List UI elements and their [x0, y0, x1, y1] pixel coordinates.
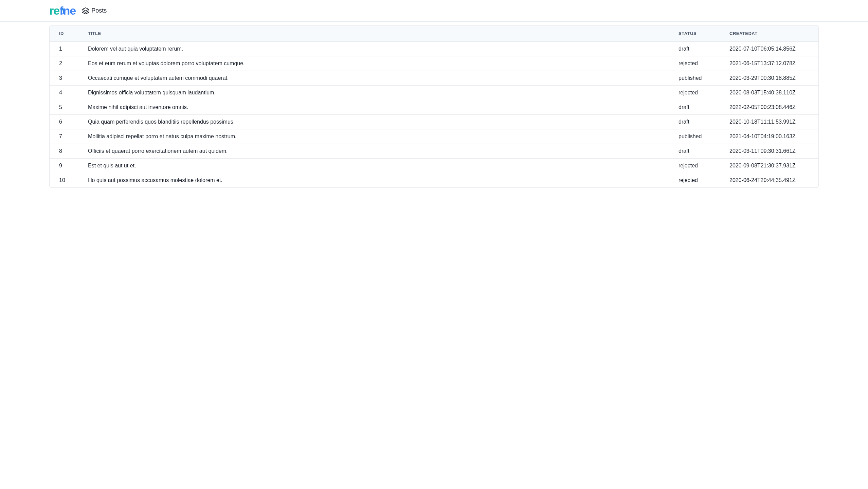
- brand-logo[interactable]: refne: [49, 4, 76, 17]
- cell-title: Mollitia adipisci repellat porro et natu…: [78, 129, 669, 144]
- cell-id: 4: [50, 86, 78, 100]
- cell-id: 3: [50, 71, 78, 86]
- cell-status: draft: [669, 100, 720, 115]
- layers-icon: [82, 7, 89, 15]
- cell-title: Officiis et quaerat porro exercitationem…: [78, 144, 669, 159]
- cell-status: draft: [669, 115, 720, 129]
- table-row[interactable]: 7Mollitia adipisci repellat porro et nat…: [50, 129, 818, 144]
- cell-createdat: 2021-04-10T04:19:00.163Z: [720, 129, 818, 144]
- cell-createdat: 2020-03-29T00:30:18.885Z: [720, 71, 818, 86]
- cell-title: Quia quam perferendis quos blanditiis re…: [78, 115, 669, 129]
- cell-id: 1: [50, 42, 78, 56]
- cell-id: 7: [50, 129, 78, 144]
- table-row[interactable]: 1Dolorem vel aut quia voluptatem rerum.d…: [50, 42, 818, 56]
- cell-status: rejected: [669, 173, 720, 188]
- cell-createdat: 2020-03-11T09:30:31.661Z: [720, 144, 818, 159]
- brand-logo-text: refne: [49, 4, 76, 17]
- column-header-id[interactable]: ID: [50, 25, 78, 42]
- cell-id: 9: [50, 159, 78, 173]
- header: refne Posts: [0, 0, 868, 22]
- cell-title: Dignissimos officia voluptatem quisquam …: [78, 86, 669, 100]
- cell-createdat: 2020-09-08T21:30:37.931Z: [720, 159, 818, 173]
- cell-status: rejected: [669, 56, 720, 71]
- table-header: ID TITLE STATUS CREATEDAT: [50, 25, 818, 42]
- table-row[interactable]: 6Quia quam perferendis quos blanditiis r…: [50, 115, 818, 129]
- cell-status: draft: [669, 144, 720, 159]
- cell-id: 10: [50, 173, 78, 188]
- cell-id: 5: [50, 100, 78, 115]
- cell-id: 8: [50, 144, 78, 159]
- table-row[interactable]: 5Maxime nihil adipisci aut inventore omn…: [50, 100, 818, 115]
- nav-item-label: Posts: [91, 7, 107, 14]
- cell-createdat: 2020-10-18T11:11:53.991Z: [720, 115, 818, 129]
- svg-point-1: [62, 9, 64, 11]
- cell-status: rejected: [669, 86, 720, 100]
- column-header-title[interactable]: TITLE: [78, 25, 669, 42]
- table-body: 1Dolorem vel aut quia voluptatem rerum.d…: [50, 42, 818, 188]
- cell-createdat: 2020-06-24T20:44:35.491Z: [720, 173, 818, 188]
- posts-table-container: ID TITLE STATUS CREATEDAT 1Dolorem vel a…: [49, 25, 819, 188]
- cell-createdat: 2022-02-05T00:23:08.446Z: [720, 100, 818, 115]
- cell-title: Maxime nihil adipisci aut inventore omni…: [78, 100, 669, 115]
- cell-title: Eos et eum rerum et voluptas dolorem por…: [78, 56, 669, 71]
- table-row[interactable]: 4Dignissimos officia voluptatem quisquam…: [50, 86, 818, 100]
- table-row[interactable]: 8Officiis et quaerat porro exercitatione…: [50, 144, 818, 159]
- cell-status: draft: [669, 42, 720, 56]
- cell-status: published: [669, 71, 720, 86]
- nav-item-posts[interactable]: Posts: [82, 7, 107, 15]
- column-header-status[interactable]: STATUS: [669, 25, 720, 42]
- table-row[interactable]: 2Eos et eum rerum et voluptas dolorem po…: [50, 56, 818, 71]
- cell-title: Occaecati cumque et voluptatem autem com…: [78, 71, 669, 86]
- cell-id: 6: [50, 115, 78, 129]
- cell-title: Illo quis aut possimus accusamus molesti…: [78, 173, 669, 188]
- cell-id: 2: [50, 56, 78, 71]
- table-row[interactable]: 10Illo quis aut possimus accusamus moles…: [50, 173, 818, 188]
- cell-createdat: 2020-07-10T06:05:14.856Z: [720, 42, 818, 56]
- svg-marker-2: [83, 7, 89, 11]
- posts-table: ID TITLE STATUS CREATEDAT 1Dolorem vel a…: [50, 25, 818, 187]
- cell-createdat: 2021-06-15T13:37:12.078Z: [720, 56, 818, 71]
- cell-createdat: 2020-08-03T15:40:38.110Z: [720, 86, 818, 100]
- cell-status: published: [669, 129, 720, 144]
- column-header-createdat[interactable]: CREATEDAT: [720, 25, 818, 42]
- table-row[interactable]: 9Est et quis aut ut et.rejected2020-09-0…: [50, 159, 818, 173]
- cell-title: Dolorem vel aut quia voluptatem rerum.: [78, 42, 669, 56]
- table-row[interactable]: 3Occaecati cumque et voluptatem autem co…: [50, 71, 818, 86]
- cell-status: rejected: [669, 159, 720, 173]
- content-area: ID TITLE STATUS CREATEDAT 1Dolorem vel a…: [0, 22, 868, 191]
- cell-title: Est et quis aut ut et.: [78, 159, 669, 173]
